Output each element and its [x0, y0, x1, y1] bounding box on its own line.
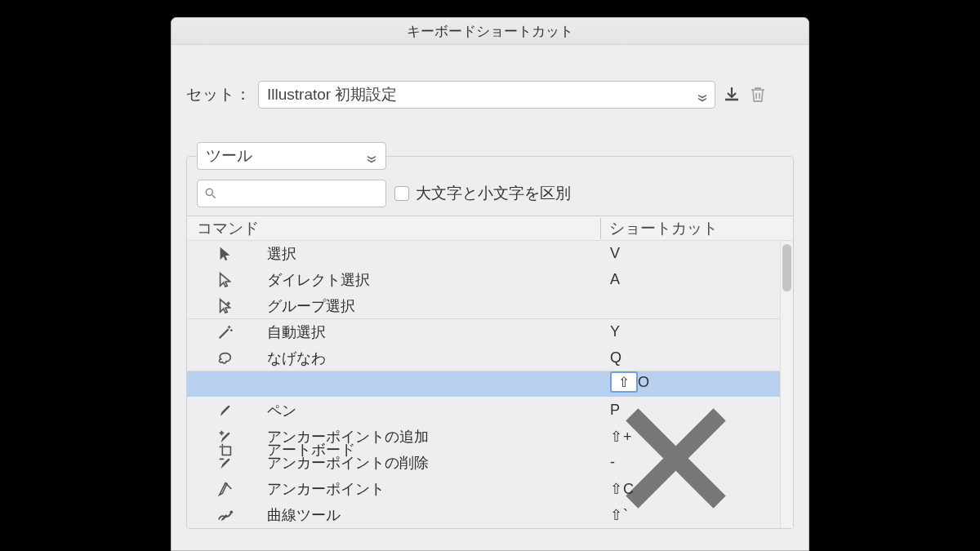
table-row[interactable]: グループ選択 — [187, 293, 793, 319]
group-tool-icon — [187, 297, 264, 315]
save-set-button[interactable] — [722, 85, 742, 104]
shortcut-cell[interactable]: V — [600, 245, 742, 262]
shortcut-cell[interactable]: ⇧O — [600, 371, 742, 528]
command-name: グループ選択 — [264, 296, 600, 316]
selection-tool-icon — [187, 245, 264, 263]
command-name: 曲線ツール — [264, 505, 600, 525]
set-label: セット： — [186, 84, 252, 105]
scrollbar-thumb[interactable] — [782, 244, 791, 291]
chevron-down-icon — [697, 89, 708, 100]
addpt-tool-icon — [187, 428, 264, 446]
table-row[interactable]: アートボード⇧O — [187, 371, 793, 398]
shortcut-groupbox: ツール 大文字と小文字を区別 — [186, 156, 794, 529]
column-shortcut[interactable]: ショートカット — [600, 218, 742, 239]
shortcut-cell[interactable]: Q — [600, 349, 742, 367]
command-name: アンカーポイントの削除 — [264, 453, 600, 473]
wand-tool-icon — [187, 323, 264, 341]
dialog-content: セット： Illustrator 初期設定 — [172, 45, 808, 529]
shortcut-cell[interactable]: Y — [600, 323, 742, 340]
search-input-wrapper[interactable] — [197, 180, 386, 207]
pen-tool-icon — [187, 402, 264, 420]
command-name: 選択 — [264, 244, 600, 264]
category-select[interactable]: ツール — [197, 142, 386, 170]
search-input[interactable] — [220, 186, 379, 201]
table-header: コマンド ショートカット — [187, 216, 793, 241]
shortcut-cell[interactable]: P — [600, 402, 742, 419]
command-name: ダイレクト選択 — [264, 270, 600, 290]
command-name: アンカーポイント — [264, 479, 600, 499]
checkbox-box — [394, 186, 409, 201]
set-select-value: Illustrator 初期設定 — [267, 84, 397, 105]
case-sensitive-checkbox[interactable]: 大文字と小文字を区別 — [394, 183, 571, 204]
category-select-value: ツール — [206, 145, 252, 167]
shortcut-cell[interactable]: - — [600, 454, 742, 471]
search-icon — [204, 187, 216, 200]
table-row[interactable]: 選択V — [187, 241, 793, 267]
dialog-keyboard-shortcuts: キーボードショートカット セット： Illustrator 初期設定 — [171, 17, 809, 551]
set-select[interactable]: Illustrator 初期設定 — [258, 81, 715, 109]
delpt-tool-icon — [187, 454, 264, 472]
command-name: なげなわ — [264, 349, 600, 368]
shortcut-cell[interactable]: ⇧+ — [600, 428, 742, 446]
command-name: ペン — [264, 401, 600, 420]
table-row[interactable]: なげなわQ — [187, 345, 793, 371]
direct-tool-icon — [187, 271, 264, 289]
curve-tool-icon — [187, 506, 264, 524]
set-row: セット： Illustrator 初期設定 — [186, 81, 794, 109]
shortcut-table: コマンド ショートカット 選択Vダイレクト選択Aグループ選択自動選択YなげなわQ… — [187, 216, 793, 528]
case-sensitive-label: 大文字と小文字を区別 — [416, 183, 571, 204]
command-name: 自動選択 — [264, 322, 600, 342]
delete-set-button[interactable] — [748, 85, 768, 104]
table-body: 選択Vダイレクト選択Aグループ選択自動選択YなげなわQアートボード⇧OペンPアン… — [187, 241, 793, 528]
anchor-tool-icon — [187, 480, 264, 498]
table-row[interactable]: 自動選択Y — [187, 319, 793, 345]
svg-point-0 — [206, 189, 212, 195]
shortcut-edit-field[interactable]: ⇧ — [610, 371, 638, 393]
dialog-title: キーボードショートカット — [172, 18, 808, 45]
command-name: アンカーポイントの追加 — [264, 427, 600, 447]
shortcut-cell[interactable]: ⇧` — [600, 506, 742, 524]
column-command[interactable]: コマンド — [187, 218, 600, 239]
scrollbar[interactable] — [780, 241, 793, 528]
shortcut-cell[interactable]: A — [600, 271, 742, 288]
table-row[interactable]: ダイレクト選択A — [187, 267, 793, 293]
chevron-down-icon — [366, 150, 377, 162]
shortcut-cell[interactable]: ⇧C — [600, 480, 742, 498]
lasso-tool-icon — [187, 349, 264, 367]
